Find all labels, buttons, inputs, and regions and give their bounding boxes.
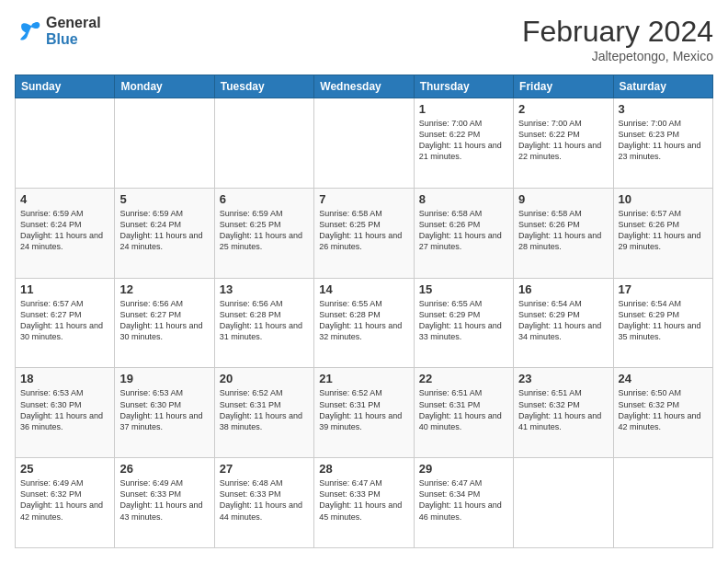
logo-bird-icon xyxy=(15,17,42,45)
day-info: Sunrise: 6:57 AM Sunset: 6:26 PM Dayligh… xyxy=(619,208,708,253)
calendar-cell: 3Sunrise: 7:00 AM Sunset: 6:23 PM Daylig… xyxy=(613,98,712,189)
day-info: Sunrise: 6:52 AM Sunset: 6:31 PM Dayligh… xyxy=(220,387,309,432)
day-number: 25 xyxy=(20,462,109,476)
day-info: Sunrise: 7:00 AM Sunset: 6:22 PM Dayligh… xyxy=(518,118,608,163)
calendar-cell: 4Sunrise: 6:59 AM Sunset: 6:24 PM Daylig… xyxy=(16,188,115,278)
day-info: Sunrise: 6:48 AM Sunset: 6:33 PM Dayligh… xyxy=(220,477,309,523)
calendar-cell: 15Sunrise: 6:55 AM Sunset: 6:29 PM Dayli… xyxy=(414,278,513,368)
day-number: 16 xyxy=(518,282,608,296)
calendar-day-header: Friday xyxy=(514,75,613,98)
calendar-cell: 9Sunrise: 6:58 AM Sunset: 6:26 PM Daylig… xyxy=(514,188,613,278)
location: Jaltepetongo, Mexico xyxy=(522,49,713,63)
calendar-header-row: SundayMondayTuesdayWednesdayThursdayFrid… xyxy=(16,75,713,98)
day-number: 11 xyxy=(20,282,109,296)
day-number: 21 xyxy=(319,372,408,385)
day-info: Sunrise: 6:58 AM Sunset: 6:25 PM Dayligh… xyxy=(319,208,408,253)
calendar-week-row: 18Sunrise: 6:53 AM Sunset: 6:30 PM Dayli… xyxy=(16,368,713,458)
calendar-cell: 2Sunrise: 7:00 AM Sunset: 6:22 PM Daylig… xyxy=(514,98,613,189)
calendar-cell: 18Sunrise: 6:53 AM Sunset: 6:30 PM Dayli… xyxy=(16,368,115,458)
calendar-cell: 5Sunrise: 6:59 AM Sunset: 6:24 PM Daylig… xyxy=(115,188,214,278)
day-number: 3 xyxy=(619,102,708,116)
day-number: 7 xyxy=(319,192,408,206)
calendar-cell xyxy=(514,458,613,548)
day-number: 8 xyxy=(419,192,508,206)
calendar-cell xyxy=(16,98,115,189)
calendar-cell: 22Sunrise: 6:51 AM Sunset: 6:31 PM Dayli… xyxy=(414,368,513,458)
calendar-cell: 10Sunrise: 6:57 AM Sunset: 6:26 PM Dayli… xyxy=(613,188,712,278)
day-number: 15 xyxy=(419,282,508,296)
calendar-week-row: 11Sunrise: 6:57 AM Sunset: 6:27 PM Dayli… xyxy=(16,278,713,368)
calendar-cell: 16Sunrise: 6:54 AM Sunset: 6:29 PM Dayli… xyxy=(514,278,613,368)
calendar-cell: 6Sunrise: 6:59 AM Sunset: 6:25 PM Daylig… xyxy=(214,188,313,278)
calendar-cell: 14Sunrise: 6:55 AM Sunset: 6:28 PM Dayli… xyxy=(314,278,414,368)
day-number: 26 xyxy=(119,462,209,476)
day-info: Sunrise: 6:47 AM Sunset: 6:34 PM Dayligh… xyxy=(419,477,508,523)
day-info: Sunrise: 6:58 AM Sunset: 6:26 PM Dayligh… xyxy=(419,208,508,253)
day-number: 5 xyxy=(119,192,209,206)
day-number: 10 xyxy=(619,192,708,206)
day-info: Sunrise: 6:53 AM Sunset: 6:30 PM Dayligh… xyxy=(20,387,109,432)
calendar-cell: 24Sunrise: 6:50 AM Sunset: 6:32 PM Dayli… xyxy=(613,368,712,458)
day-number: 2 xyxy=(518,102,608,116)
calendar-cell: 29Sunrise: 6:47 AM Sunset: 6:34 PM Dayli… xyxy=(414,458,513,548)
day-info: Sunrise: 6:47 AM Sunset: 6:33 PM Dayligh… xyxy=(319,477,408,523)
header: General Blue February 2024 Jaltepetongo,… xyxy=(15,15,713,63)
day-info: Sunrise: 6:51 AM Sunset: 6:32 PM Dayligh… xyxy=(518,387,608,432)
day-info: Sunrise: 6:59 AM Sunset: 6:24 PM Dayligh… xyxy=(119,208,209,253)
calendar-cell: 19Sunrise: 6:53 AM Sunset: 6:30 PM Dayli… xyxy=(115,368,214,458)
day-number: 20 xyxy=(220,372,309,385)
calendar-cell: 20Sunrise: 6:52 AM Sunset: 6:31 PM Dayli… xyxy=(214,368,313,458)
title-block: February 2024 Jaltepetongo, Mexico xyxy=(522,15,713,63)
day-info: Sunrise: 6:49 AM Sunset: 6:32 PM Dayligh… xyxy=(20,477,109,523)
day-info: Sunrise: 6:59 AM Sunset: 6:25 PM Dayligh… xyxy=(220,208,309,253)
day-info: Sunrise: 6:55 AM Sunset: 6:29 PM Dayligh… xyxy=(419,298,508,343)
day-number: 29 xyxy=(419,462,508,476)
day-info: Sunrise: 6:51 AM Sunset: 6:31 PM Dayligh… xyxy=(419,387,508,432)
calendar-cell: 28Sunrise: 6:47 AM Sunset: 6:33 PM Dayli… xyxy=(314,458,414,548)
calendar-cell: 25Sunrise: 6:49 AM Sunset: 6:32 PM Dayli… xyxy=(16,458,115,548)
calendar-cell: 13Sunrise: 6:56 AM Sunset: 6:28 PM Dayli… xyxy=(214,278,313,368)
day-number: 1 xyxy=(419,102,508,116)
day-number: 24 xyxy=(619,372,708,385)
day-number: 22 xyxy=(419,372,508,385)
day-info: Sunrise: 6:56 AM Sunset: 6:28 PM Dayligh… xyxy=(220,298,309,343)
day-info: Sunrise: 7:00 AM Sunset: 6:23 PM Dayligh… xyxy=(619,118,708,163)
day-number: 19 xyxy=(119,372,209,385)
day-number: 14 xyxy=(319,282,408,296)
day-number: 4 xyxy=(20,192,109,206)
calendar-cell xyxy=(214,98,313,189)
calendar-week-row: 25Sunrise: 6:49 AM Sunset: 6:32 PM Dayli… xyxy=(16,458,713,548)
calendar-cell: 17Sunrise: 6:54 AM Sunset: 6:29 PM Dayli… xyxy=(613,278,712,368)
calendar-cell xyxy=(314,98,414,189)
day-number: 18 xyxy=(20,372,109,385)
day-number: 13 xyxy=(220,282,309,296)
day-info: Sunrise: 6:53 AM Sunset: 6:30 PM Dayligh… xyxy=(119,387,209,432)
logo: General Blue xyxy=(15,15,101,47)
day-info: Sunrise: 6:57 AM Sunset: 6:27 PM Dayligh… xyxy=(20,298,109,343)
calendar-cell: 11Sunrise: 6:57 AM Sunset: 6:27 PM Dayli… xyxy=(16,278,115,368)
month-title: February 2024 xyxy=(522,15,713,49)
calendar-day-header: Sunday xyxy=(16,75,115,98)
calendar-day-header: Monday xyxy=(115,75,214,98)
calendar-table: SundayMondayTuesdayWednesdayThursdayFrid… xyxy=(15,75,713,548)
day-info: Sunrise: 6:54 AM Sunset: 6:29 PM Dayligh… xyxy=(518,298,608,343)
calendar-day-header: Thursday xyxy=(414,75,513,98)
calendar-cell: 1Sunrise: 7:00 AM Sunset: 6:22 PM Daylig… xyxy=(414,98,513,189)
calendar-cell xyxy=(115,98,214,189)
calendar-day-header: Tuesday xyxy=(214,75,313,98)
logo-text: General Blue xyxy=(46,15,101,47)
calendar-cell: 8Sunrise: 6:58 AM Sunset: 6:26 PM Daylig… xyxy=(414,188,513,278)
calendar-cell: 27Sunrise: 6:48 AM Sunset: 6:33 PM Dayli… xyxy=(214,458,313,548)
day-number: 9 xyxy=(518,192,608,206)
calendar-cell: 12Sunrise: 6:56 AM Sunset: 6:27 PM Dayli… xyxy=(115,278,214,368)
calendar-cell: 7Sunrise: 6:58 AM Sunset: 6:25 PM Daylig… xyxy=(314,188,414,278)
day-number: 6 xyxy=(220,192,309,206)
day-info: Sunrise: 6:55 AM Sunset: 6:28 PM Dayligh… xyxy=(319,298,408,343)
day-number: 23 xyxy=(518,372,608,385)
calendar-week-row: 4Sunrise: 6:59 AM Sunset: 6:24 PM Daylig… xyxy=(16,188,713,278)
calendar-cell: 26Sunrise: 6:49 AM Sunset: 6:33 PM Dayli… xyxy=(115,458,214,548)
day-info: Sunrise: 6:59 AM Sunset: 6:24 PM Dayligh… xyxy=(20,208,109,253)
day-info: Sunrise: 7:00 AM Sunset: 6:22 PM Dayligh… xyxy=(419,118,508,163)
day-number: 17 xyxy=(619,282,708,296)
day-info: Sunrise: 6:49 AM Sunset: 6:33 PM Dayligh… xyxy=(119,477,209,523)
